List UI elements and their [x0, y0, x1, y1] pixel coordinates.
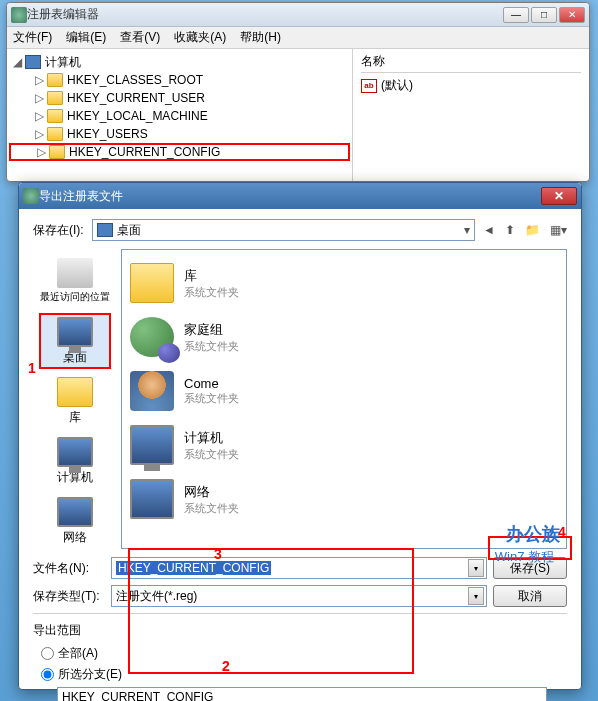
dropdown-icon[interactable]: ▾ [468, 587, 484, 605]
filename-input[interactable]: HKEY_CURRENT_CONFIG ▾ [111, 557, 487, 579]
item-name: 网络 [184, 483, 239, 501]
export-title: 导出注册表文件 [39, 188, 541, 205]
export-main: 最近访问的位置 桌面 库 计算机 网络 [33, 249, 567, 549]
new-folder-icon[interactable]: 📁 [525, 223, 540, 237]
places-computer[interactable]: 计算机 [39, 433, 111, 489]
export-registry-dialog: 导出注册表文件 ✕ 保存在(I): 桌面 ▾ ◄ ⬆ 📁 ▦▾ 最近访问的位置 [18, 182, 582, 690]
places-label: 库 [69, 409, 81, 426]
tree-root-label: 计算机 [45, 54, 81, 71]
expand-icon[interactable]: ▷ [35, 91, 47, 105]
item-type: 系统文件夹 [184, 339, 239, 354]
maximize-button[interactable]: □ [531, 7, 557, 23]
tree-item[interactable]: ▷HKEY_USERS [9, 125, 350, 143]
item-type: 系统文件夹 [184, 501, 239, 516]
folder-icon [49, 145, 65, 159]
close-button[interactable]: ✕ [559, 7, 585, 23]
view-menu-icon[interactable]: ▦▾ [550, 223, 567, 237]
tree-key-label: HKEY_USERS [67, 127, 148, 141]
collapse-icon[interactable]: ◢ [13, 55, 25, 69]
export-range-group: 导出范围 全部(A) 所选分支(E) [33, 613, 567, 701]
menu-edit[interactable]: 编辑(E) [66, 29, 106, 46]
radio-all-row: 全部(A) [33, 645, 567, 662]
file-list[interactable]: 库系统文件夹 家庭组系统文件夹 Come系统文件夹 计算机系统文件夹 网络系统文… [121, 249, 567, 549]
registry-tree: ◢ 计算机 ▷HKEY_CLASSES_ROOT ▷HKEY_CURRENT_U… [7, 49, 353, 181]
regedit-titlebar[interactable]: 注册表编辑器 — □ ✕ [7, 3, 589, 27]
back-icon[interactable]: ◄ [483, 223, 495, 237]
up-icon[interactable]: ⬆ [505, 223, 515, 237]
folder-icon [47, 73, 63, 87]
homegroup-icon [130, 317, 174, 357]
computer-icon [25, 55, 41, 69]
desktop-icon [97, 223, 113, 237]
list-item[interactable]: 网络系统文件夹 [130, 474, 558, 524]
regedit-body: ◢ 计算机 ▷HKEY_CLASSES_ROOT ▷HKEY_CURRENT_U… [7, 49, 589, 181]
save-in-combo[interactable]: 桌面 ▾ [92, 219, 475, 241]
cancel-button[interactable]: 取消 [493, 585, 567, 607]
save-in-label: 保存在(I): [33, 222, 84, 239]
item-type: 系统文件夹 [184, 285, 239, 300]
tree-item[interactable]: ▷HKEY_CURRENT_USER [9, 89, 350, 107]
list-item[interactable]: Come系统文件夹 [130, 366, 558, 416]
tree-root[interactable]: ◢ 计算机 [9, 53, 350, 71]
menu-view[interactable]: 查看(V) [120, 29, 160, 46]
dropdown-icon[interactable]: ▾ [468, 559, 484, 577]
tree-key-label: HKEY_CLASSES_ROOT [67, 73, 203, 87]
save-in-value: 桌面 [117, 222, 141, 239]
expand-icon[interactable]: ▷ [35, 73, 47, 87]
network-icon [57, 497, 93, 527]
expand-icon[interactable]: ▷ [35, 109, 47, 123]
places-desktop[interactable]: 桌面 [39, 313, 111, 369]
save-button[interactable]: 保存(S) [493, 557, 567, 579]
radio-all[interactable] [41, 647, 54, 660]
value-row[interactable]: ab (默认) [361, 77, 581, 94]
libraries-icon [130, 263, 174, 303]
user-icon [130, 371, 174, 411]
places-libraries[interactable]: 库 [39, 373, 111, 429]
places-network[interactable]: 网络 [39, 493, 111, 549]
menu-favorites[interactable]: 收藏夹(A) [174, 29, 226, 46]
column-name[interactable]: 名称 [361, 53, 581, 73]
computer-icon [57, 437, 93, 467]
radio-selected-label: 所选分支(E) [58, 666, 122, 683]
dropdown-icon[interactable]: ▾ [464, 223, 470, 237]
string-value-icon: ab [361, 79, 377, 93]
places-recent[interactable]: 最近访问的位置 [39, 253, 111, 309]
regedit-values-pane: 名称 ab (默认) [353, 49, 589, 181]
places-bar: 最近访问的位置 桌面 库 计算机 网络 [33, 249, 117, 549]
dialog-toolbar: ◄ ⬆ 📁 ▦▾ [483, 223, 567, 237]
close-button[interactable]: ✕ [541, 187, 577, 205]
regedit-title: 注册表编辑器 [27, 6, 503, 23]
list-item[interactable]: 家庭组系统文件夹 [130, 312, 558, 362]
tree-item[interactable]: ▷HKEY_CLASSES_ROOT [9, 71, 350, 89]
export-titlebar[interactable]: 导出注册表文件 ✕ [19, 183, 581, 209]
filetype-row: 保存类型(T): 注册文件(*.reg) ▾ 取消 [33, 585, 567, 607]
regedit-icon [23, 188, 39, 204]
save-in-row: 保存在(I): 桌面 ▾ ◄ ⬆ 📁 ▦▾ [33, 219, 567, 241]
filetype-value: 注册文件(*.reg) [116, 588, 197, 605]
expand-icon[interactable]: ▷ [35, 127, 47, 141]
filetype-combo[interactable]: 注册文件(*.reg) ▾ [111, 585, 487, 607]
radio-selected-row: 所选分支(E) [33, 666, 567, 683]
item-type: 系统文件夹 [184, 391, 239, 406]
radio-selected-branch[interactable] [41, 668, 54, 681]
menu-help[interactable]: 帮助(H) [240, 29, 281, 46]
tree-key-label: HKEY_CURRENT_USER [67, 91, 205, 105]
filetype-label: 保存类型(T): [33, 588, 105, 605]
item-type: 系统文件夹 [184, 447, 239, 462]
tree-item[interactable]: ▷HKEY_LOCAL_MACHINE [9, 107, 350, 125]
filename-label: 文件名(N): [33, 560, 105, 577]
branch-path-input[interactable] [57, 687, 547, 701]
desktop-icon [57, 317, 93, 347]
list-item[interactable]: 库系统文件夹 [130, 258, 558, 308]
libraries-icon [57, 377, 93, 407]
folder-icon [47, 127, 63, 141]
list-item[interactable]: 计算机系统文件夹 [130, 420, 558, 470]
expand-icon[interactable]: ▷ [37, 145, 49, 159]
minimize-button[interactable]: — [503, 7, 529, 23]
tree-item-selected[interactable]: ▷HKEY_CURRENT_CONFIG [9, 143, 350, 161]
registry-editor-window: 注册表编辑器 — □ ✕ 文件(F) 编辑(E) 查看(V) 收藏夹(A) 帮助… [6, 2, 590, 182]
places-label: 最近访问的位置 [40, 290, 110, 304]
regedit-menubar: 文件(F) 编辑(E) 查看(V) 收藏夹(A) 帮助(H) [7, 27, 589, 49]
filename-fields: 文件名(N): HKEY_CURRENT_CONFIG ▾ 保存(S) 保存类型… [33, 557, 567, 607]
menu-file[interactable]: 文件(F) [13, 29, 52, 46]
